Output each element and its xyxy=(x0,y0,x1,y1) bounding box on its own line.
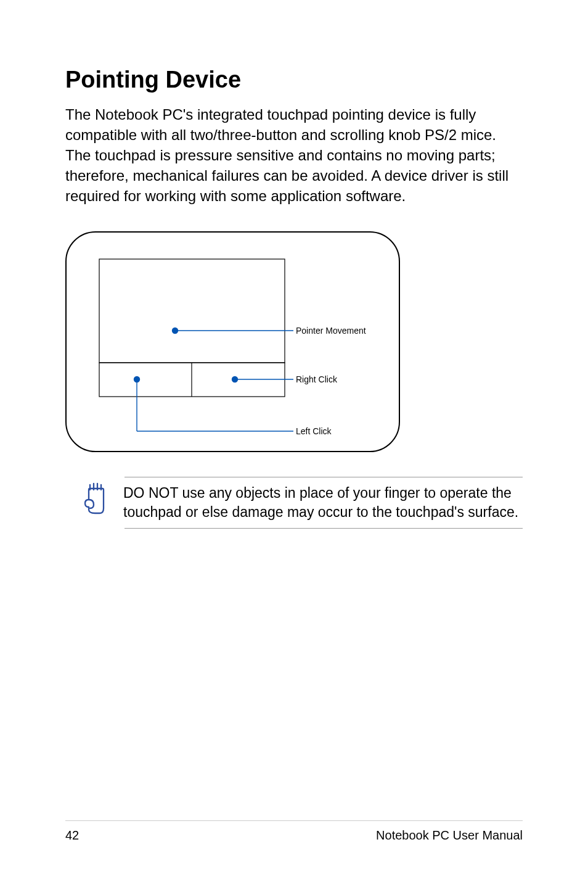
left-label: Left Click xyxy=(296,426,332,436)
hand-icon xyxy=(81,481,111,517)
touchpad-svg: Pointer Movement Right Click Left Click xyxy=(65,231,410,452)
page-number: 42 xyxy=(65,828,79,843)
outer-frame xyxy=(66,232,399,452)
page-heading: Pointing Device xyxy=(65,67,523,93)
pointer-label: Pointer Movement xyxy=(296,326,366,336)
intro-paragraph: The Notebook PC's integrated touchpad po… xyxy=(65,104,523,207)
callout-box: DO NOT use any objects in place of your … xyxy=(125,477,523,529)
callout-text: DO NOT use any objects in place of your … xyxy=(123,484,523,522)
page-footer: 42 Notebook PC User Manual xyxy=(65,820,523,843)
touchpad-diagram: Pointer Movement Right Click Left Click xyxy=(65,231,401,452)
touchpad-surface xyxy=(99,259,285,363)
footer-title: Notebook PC User Manual xyxy=(376,828,523,843)
right-label: Right Click xyxy=(296,374,338,384)
